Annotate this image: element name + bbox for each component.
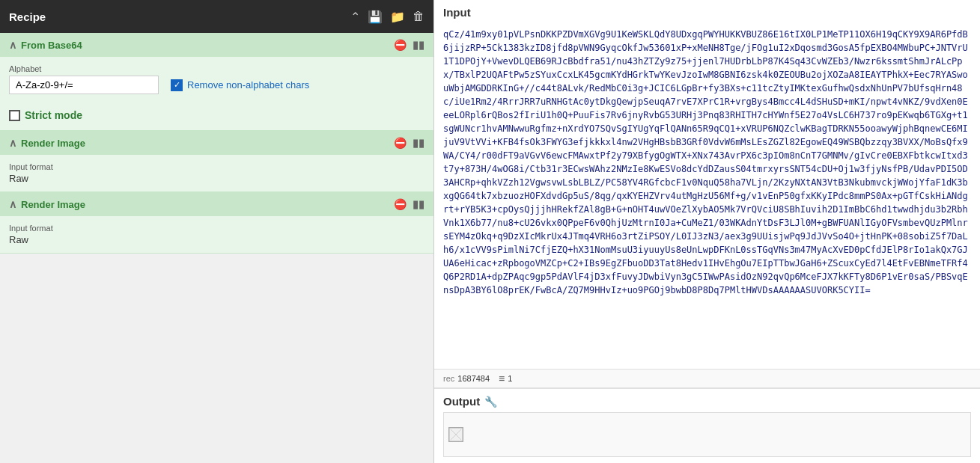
rec-item: rec 1687484 xyxy=(443,374,490,383)
strict-mode-row: Strict mode xyxy=(0,102,433,130)
from-base64-content: Alphabet A-Za-z0-9+/= Remove non-alphabe… xyxy=(0,57,433,102)
input-section: Input qCz/41m9xy01pVLPsnDKKPZDVmXGVg9U1K… xyxy=(434,0,980,387)
delete-icon[interactable]: 🗑 xyxy=(413,10,424,23)
from-base64-header-left: ∧ From Base64 xyxy=(9,39,82,51)
from-base64-collapse-icon[interactable]: ∧ xyxy=(9,39,16,51)
equals-value: 1 xyxy=(508,374,512,383)
remove-nonalpha-row: Remove non-alphabet chars xyxy=(171,79,309,91)
input-title: Input xyxy=(443,6,471,19)
render-image-2-header-icons: ⛔ ▮▮ xyxy=(394,198,424,210)
render-image-2-title: Render Image xyxy=(21,199,85,210)
strict-mode-label: Strict mode xyxy=(25,109,82,121)
alphabet-label: Alphabet xyxy=(9,64,424,73)
render-image-2-pause-icon[interactable]: ▮▮ xyxy=(413,198,424,210)
input-text-area[interactable]: qCz/41m9xy01pVLPsnDKKPZDVmXGVg9U1KeWSKLQ… xyxy=(434,25,980,369)
chevron-up-icon[interactable]: ⌃ xyxy=(350,10,360,24)
render-image-2-header: ∧ Render Image ⛔ ▮▮ xyxy=(0,192,433,216)
rec-value: 1687484 xyxy=(457,374,490,383)
input-header: Input xyxy=(434,0,980,25)
render-image-1-title: Render Image xyxy=(21,138,85,149)
render-image-2-collapse-icon[interactable]: ∧ xyxy=(9,198,16,210)
input-footer: rec 1687484 ≡ 1 xyxy=(434,369,980,387)
render-image-1-pause-icon[interactable]: ▮▮ xyxy=(413,137,424,149)
rec-label: rec xyxy=(443,374,454,383)
from-base64-header: ∧ From Base64 ⛔ ▮▮ xyxy=(0,33,433,57)
render-image-1-disable-icon[interactable]: ⛔ xyxy=(394,137,407,149)
from-base64-header-icons: ⛔ ▮▮ xyxy=(394,39,424,51)
recipe-actions: ⌃ 💾 📁 🗑 xyxy=(350,10,424,24)
equals-icon: ≡ xyxy=(499,372,505,384)
render-image-2-format-value: Raw xyxy=(9,234,424,245)
from-base64-disable-icon[interactable]: ⛔ xyxy=(394,39,407,51)
render-image-1-header: ∧ Render Image ⛔ ▮▮ xyxy=(0,131,433,155)
output-section: Output 🔧 xyxy=(434,387,980,463)
strict-mode-checkbox[interactable] xyxy=(9,110,20,121)
render-image-1-header-icons: ⛔ ▮▮ xyxy=(394,137,424,149)
output-header: Output 🔧 xyxy=(443,395,971,408)
recipe-header: Recipe ⌃ 💾 📁 🗑 xyxy=(0,0,433,33)
save-icon[interactable]: 💾 xyxy=(368,10,383,24)
render-image-1-content: Input format Raw xyxy=(0,155,433,191)
left-panel: Recipe ⌃ 💾 📁 🗑 ∧ From Base64 ⛔ ▮▮ Alphab… xyxy=(0,0,434,463)
render-image-1-collapse-icon[interactable]: ∧ xyxy=(9,137,16,149)
right-panel: Input qCz/41m9xy01pVLPsnDKKPZDVmXGVg9U1K… xyxy=(434,0,980,463)
render-image-1-header-left: ∧ Render Image xyxy=(9,137,85,149)
output-wand-icon[interactable]: 🔧 xyxy=(484,396,497,408)
from-base64-pause-icon[interactable]: ▮▮ xyxy=(413,39,424,51)
from-base64-section: ∧ From Base64 ⛔ ▮▮ Alphabet A-Za-z0-9+/=… xyxy=(0,33,433,131)
render-image-2-section: ∧ Render Image ⛔ ▮▮ Input format Raw xyxy=(0,192,433,254)
render-image-2-disable-icon[interactable]: ⛔ xyxy=(394,198,407,210)
equals-item: ≡ 1 xyxy=(499,372,512,384)
folder-icon[interactable]: 📁 xyxy=(390,10,405,24)
render-image-2-content: Input format Raw xyxy=(0,216,433,253)
alphabet-select-wrapper: A-Za-z0-9+/= Remove non-alphabet chars xyxy=(9,76,424,94)
broken-image-icon xyxy=(448,427,463,442)
alphabet-select[interactable]: A-Za-z0-9+/= xyxy=(9,76,159,94)
remove-nonalpha-checkbox[interactable] xyxy=(171,79,183,91)
render-image-2-header-left: ∧ Render Image xyxy=(9,198,85,210)
render-image-1-section: ∧ Render Image ⛔ ▮▮ Input format Raw xyxy=(0,131,433,192)
output-title: Output xyxy=(443,395,480,408)
render-image-1-format-label: Input format xyxy=(9,162,424,171)
render-image-2-format-label: Input format xyxy=(9,224,424,233)
recipe-title: Recipe xyxy=(9,10,46,23)
render-image-1-format-value: Raw xyxy=(9,173,424,184)
output-content xyxy=(443,412,971,457)
from-base64-title: From Base64 xyxy=(21,40,82,51)
remove-nonalpha-label: Remove non-alphabet chars xyxy=(187,79,309,91)
